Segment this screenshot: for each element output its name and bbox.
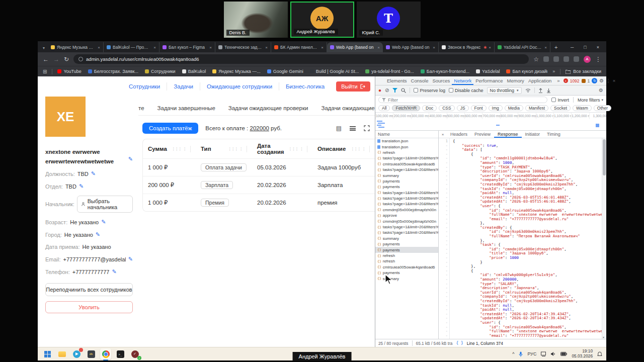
nav-link[interactable]: Задачи [167, 82, 200, 90]
column-menu-icon[interactable]: ⋮ [299, 147, 303, 151]
edit-icon[interactable]: ✎ [96, 231, 100, 238]
browser-menu-icon[interactable]: ⋮ [595, 56, 601, 63]
request-row[interactable]: {}tasks?page=1&limit=20&filters%5... [375, 230, 438, 235]
request-row[interactable]: {}tasks?page=1&limit=20&filters%5... [375, 167, 438, 172]
filter-chip[interactable]: JS [457, 105, 469, 111]
name-column-header[interactable]: Name [375, 131, 438, 138]
browser-tab[interactable]: Бал кукол – Figma× [159, 42, 215, 52]
response-scrollbar[interactable]: ▾ [602, 138, 606, 339]
devtools-settings-icon[interactable]: ⚙ [599, 78, 604, 83]
more-filters-button[interactable]: More filters ▾ [578, 98, 603, 103]
filter-chip[interactable]: Manifest [525, 105, 548, 111]
devtools-tab-network[interactable]: Network [452, 76, 473, 85]
devtools-tab-elements[interactable]: Elements [385, 76, 409, 85]
request-row[interactable]: {}cmlrsuiea005owak4qan8oad6 [375, 161, 438, 167]
request-row[interactable]: {}tasks?page=1&limit=20&filters%5... [375, 224, 438, 230]
bookmarks-overflow-icon[interactable]: » [552, 69, 555, 74]
browser-tab[interactable]: BalKukol — Профиль× [104, 42, 159, 52]
file-explorer-icon[interactable] [56, 348, 67, 359]
extension-icon[interactable] [543, 56, 549, 62]
apps-grid-icon[interactable]: ⊞ [43, 69, 47, 74]
network-icon[interactable] [541, 351, 546, 356]
browser-tab[interactable]: Web App (based on× [327, 42, 383, 52]
bookmark-item[interactable]: Белгосстрах. Заявк... [88, 69, 138, 74]
filter-chip[interactable]: Fetch/XHR [392, 105, 420, 111]
detail-tab-timing[interactable]: Timing [543, 131, 564, 138]
extension-icon[interactable] [553, 56, 559, 62]
format-json-icon[interactable]: { } [456, 341, 463, 345]
filter-chip[interactable]: Other [594, 105, 611, 111]
request-row[interactable]: {}payments [375, 178, 438, 184]
nav-link[interactable]: Сотрудники [122, 82, 167, 90]
browser-tab[interactable]: Звонок в Яндекс◉× [439, 42, 495, 52]
section-tab[interactable]: Задачи завершенные [157, 105, 215, 115]
browser-tab[interactable]: Техническое задани× [215, 42, 271, 52]
bookmark-item[interactable]: Build | Google AI St... [310, 69, 359, 74]
scroll-down-icon[interactable]: ▾ [603, 335, 604, 339]
network-conditions-icon[interactable] [525, 88, 531, 93]
request-row[interactable]: {}payments [375, 247, 438, 252]
column-menu-icon[interactable]: ⋮ [183, 147, 187, 151]
detail-tab-initiator[interactable]: Initiator [522, 131, 544, 138]
column-grip-icon[interactable]: ⋮⋮⋮ [172, 147, 182, 151]
bookmark-item[interactable]: BalKukol [182, 69, 206, 74]
devtools-tab-application[interactable]: Application [526, 76, 553, 85]
column-grip-icon[interactable]: ⋮⋮⋮ [228, 147, 238, 151]
devtools-tab-performance[interactable]: Performance [473, 76, 505, 85]
extension-icon[interactable] [564, 56, 569, 62]
request-row[interactable]: {}cmmdmj05x000ejdtmapfzh00n [375, 218, 438, 224]
edit-icon[interactable]: ✎ [112, 268, 116, 275]
tab-close-icon[interactable]: × [433, 45, 435, 50]
edit-icon[interactable]: ✎ [128, 256, 133, 262]
tray-chevron-icon[interactable]: ^ [512, 351, 514, 356]
bookmark-item[interactable]: Google Gemini [267, 69, 303, 74]
table-row[interactable]: 1 000 ₽Оплата задачи05.03.2026Задача 100… [143, 158, 375, 176]
antivirus-icon[interactable]: ✓✓ [129, 348, 140, 359]
bookmark-item[interactable]: ya-sdelal-front - Go... [365, 69, 414, 74]
telegram-icon[interactable] [71, 348, 82, 359]
tab-close-icon[interactable]: × [377, 45, 380, 50]
error-count[interactable]: 1092 [570, 78, 580, 83]
total-value[interactable]: 202000 [250, 125, 269, 131]
request-row[interactable]: {}approve [375, 213, 438, 218]
filter-chip[interactable]: CSS [439, 105, 454, 111]
request-row[interactable]: translation.json [375, 138, 438, 144]
throttling-select[interactable]: No throttling ▾ [487, 87, 522, 94]
volume-icon[interactable] [551, 351, 556, 356]
request-row[interactable]: translation.json [375, 144, 438, 149]
reload-icon[interactable]: ↻ [64, 56, 69, 63]
browser-profile-avatar[interactable]: A [584, 56, 591, 63]
address-bar[interactable]: admin.yasdelal.ru/user/cmlrsuiea005owak4… [73, 54, 529, 64]
browser-tab[interactable]: БК Админ панель (п× [271, 42, 327, 52]
import-har-icon[interactable] [538, 88, 543, 93]
table-row[interactable]: 200 000 ₽Зарплата20.02.2026Зарплата [143, 176, 375, 194]
bookmark-star-icon[interactable]: ☆ [533, 56, 539, 63]
request-row[interactable]: {}payments [375, 241, 438, 247]
list-view-icon[interactable] [350, 126, 356, 131]
edit-icon[interactable]: ✎ [91, 170, 96, 177]
clear-network-icon[interactable]: ⊘ [385, 87, 389, 93]
devtools-tab-memory[interactable]: Memory [505, 76, 526, 85]
ide-icon[interactable]: db [86, 348, 97, 359]
table-header-cell[interactable]: Тип⋮⋮⋮⋮ [196, 139, 252, 158]
all-bookmarks-button[interactable]: Все закладки [566, 69, 601, 74]
edit-name-icon[interactable]: ✎ [128, 156, 133, 162]
nav-link[interactable]: Ожидающие сотрудники [200, 82, 279, 90]
warning-count[interactable]: 1 [588, 78, 590, 83]
request-row[interactable]: {}payments [375, 184, 438, 190]
bookmark-item[interactable]: Бал кукол дизайн [506, 69, 547, 74]
request-row[interactable]: {}cmlrsuiea005owak4qan8oad6 [375, 264, 438, 270]
devtools-tab-sources[interactable]: Sources [430, 76, 452, 85]
taskbar-clock[interactable]: 19:10 05.03.2026 [572, 349, 593, 359]
tab-close-icon[interactable]: × [544, 45, 547, 50]
tab-close-icon[interactable]: × [321, 45, 324, 50]
close-window-button[interactable]: × [597, 45, 599, 50]
tab-close-icon[interactable]: × [98, 45, 100, 50]
select-manager-button[interactable]: Выбрать начальника [77, 196, 133, 213]
tab-close-icon[interactable]: × [489, 45, 491, 50]
language-indicator[interactable]: РУС [527, 351, 536, 356]
filter-chip[interactable]: Media [505, 105, 523, 111]
request-row[interactable]: {}tasks?page=1&limit=20&filters%5... [375, 190, 438, 196]
request-row[interactable]: {}refresh [375, 258, 438, 264]
request-row[interactable]: {}summary [375, 236, 438, 241]
